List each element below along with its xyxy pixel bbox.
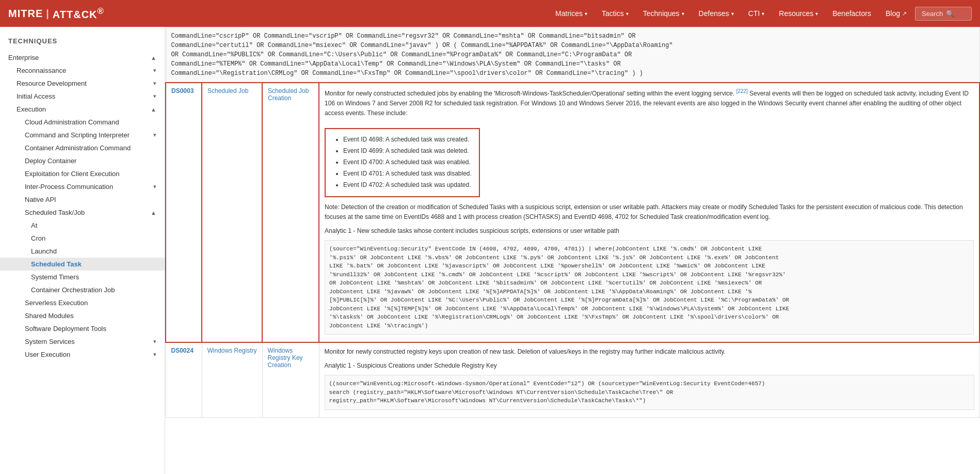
cmd-scripting-chevron-icon: ▾ bbox=[153, 132, 156, 138]
nav-blog[interactable]: Blog ↗ bbox=[879, 6, 913, 21]
tactics-arrow-icon: ▾ bbox=[626, 11, 629, 17]
sidebar-item-shared-modules[interactable]: Shared Modules bbox=[0, 309, 165, 322]
initial-access-chevron-icon: ▾ bbox=[153, 93, 156, 100]
table-row-ds0003: DS0003 Scheduled Job Scheduled JobCreati… bbox=[166, 83, 979, 342]
nav-resources[interactable]: Resources ▾ bbox=[773, 6, 824, 21]
nav-techniques[interactable]: Techniques ▾ bbox=[637, 6, 690, 21]
system-services-chevron-icon: ▾ bbox=[153, 338, 156, 345]
ds0024-analytic1-code: ((source="WinEventLog:Microsoft-Windows-… bbox=[325, 375, 974, 410]
ds0003-paragraph-1: Monitor for newly constructed scheduled … bbox=[325, 87, 974, 119]
sidebar-item-label: Deploy Container bbox=[25, 157, 76, 165]
scheduled-task-job-chevron-icon: ▲ bbox=[151, 210, 156, 216]
sidebar-item-label: Container Administration Command bbox=[25, 144, 131, 152]
ds-component-windows-registry[interactable]: Windows Registry bbox=[202, 342, 262, 417]
defenses-arrow-icon: ▾ bbox=[731, 11, 734, 17]
ds0024-analytic1-title: Analytic 1 - Suspicious Creations under … bbox=[325, 361, 974, 371]
sidebar-item-enterprise[interactable]: Enterprise ▲ bbox=[0, 51, 165, 64]
sidebar-item-container-admin[interactable]: Container Administration Command bbox=[0, 141, 165, 154]
sidebar-item-systemd-timers[interactable]: Systemd Timers bbox=[0, 271, 165, 283]
sidebar-item-reconnaissance[interactable]: Reconnaissance ▾ bbox=[0, 64, 165, 77]
sidebar-item-at[interactable]: At bbox=[0, 219, 165, 232]
event-4699: Event ID 4699: A scheduled task was dele… bbox=[343, 146, 472, 156]
search-bar[interactable]: Search 🔍 bbox=[915, 7, 972, 21]
ds0024-paragraph-1: Monitor for newly constructed registry k… bbox=[325, 347, 974, 357]
sidebar: TECHNIQUES Enterprise ▲ Reconnaissance ▾… bbox=[0, 27, 165, 474]
sidebar-item-ipc[interactable]: Inter-Process Communication ▾ bbox=[0, 180, 165, 193]
sidebar-item-scheduled-task-job[interactable]: Scheduled Task/Job ▲ bbox=[0, 206, 165, 219]
sidebar-item-label: User Execution bbox=[25, 351, 70, 358]
sidebar-item-deploy-container[interactable]: Deploy Container bbox=[0, 154, 165, 167]
nav-tactics[interactable]: Tactics ▾ bbox=[596, 6, 635, 21]
ds-id-ds0003: DS0003 bbox=[166, 83, 202, 342]
search-icon: 🔍 bbox=[946, 10, 954, 18]
ds-content-ds0024: Monitor for newly constructed registry k… bbox=[319, 342, 979, 417]
ref-222: [222] bbox=[736, 88, 748, 94]
sidebar-item-label: Command and Scripting Interpreter bbox=[25, 131, 130, 139]
nav-benefactors[interactable]: Benefactors bbox=[826, 6, 877, 21]
sidebar-item-label: Container Orchestration Job bbox=[31, 286, 115, 294]
user-execution-chevron-icon: ▾ bbox=[153, 351, 156, 358]
event-4698: Event ID 4698: A scheduled task was crea… bbox=[343, 135, 472, 145]
sidebar-item-label: At bbox=[31, 222, 37, 229]
sidebar-item-software-deployment[interactable]: Software Deployment Tools bbox=[0, 322, 165, 335]
sidebar-item-label: Execution bbox=[17, 105, 46, 113]
sidebar-item-label: Inter-Process Communication bbox=[25, 183, 113, 191]
sidebar-item-label: System Services bbox=[25, 338, 75, 345]
sidebar-item-container-orchestration[interactable]: Container Orchestration Job bbox=[0, 283, 165, 296]
brand-mitre: MITRE bbox=[8, 8, 43, 20]
sidebar-item-initial-access[interactable]: Initial Access ▾ bbox=[0, 90, 165, 103]
nav-cti[interactable]: CTI ▾ bbox=[742, 6, 771, 21]
ds0024-type-label: WindowsRegistry KeyCreation bbox=[268, 347, 303, 369]
sidebar-item-label: Software Deployment Tools bbox=[25, 325, 106, 333]
ds-component-scheduled-job[interactable]: Scheduled Job bbox=[202, 83, 262, 342]
sidebar-item-resource-development[interactable]: Resource Development ▾ bbox=[0, 77, 165, 90]
techniques-arrow-icon: ▾ bbox=[682, 11, 684, 17]
nav-links: Matrices ▾ Tactics ▾ Techniques ▾ Defens… bbox=[117, 6, 972, 21]
sidebar-item-cron[interactable]: Cron bbox=[0, 232, 165, 245]
brand-logo[interactable]: MITRE | ATT&CK® bbox=[8, 6, 104, 21]
sidebar-item-label: Exploitation for Client Execution bbox=[25, 170, 120, 178]
sidebar-item-label: Scheduled Task bbox=[31, 260, 82, 268]
top-code-cell: CommandLine="cscripP" OR CommandLine="vs… bbox=[166, 27, 979, 83]
ds-type-registry-key-creation[interactable]: WindowsRegistry KeyCreation bbox=[262, 342, 319, 417]
sidebar-item-scheduled-task[interactable]: Scheduled Task bbox=[0, 258, 165, 271]
sidebar-item-serverless[interactable]: Serverless Execution bbox=[0, 296, 165, 309]
table-row-ds0024: DS0024 Windows Registry WindowsRegistry … bbox=[166, 342, 979, 417]
main-content: CommandLine="cscripP" OR CommandLine="vs… bbox=[165, 27, 980, 474]
event-list: Event ID 4698: A scheduled task was crea… bbox=[333, 135, 472, 191]
event-4700: Event ID 4700: A scheduled task was enab… bbox=[343, 157, 472, 167]
navbar: MITRE | ATT&CK® Matrices ▾ Tactics ▾ Tec… bbox=[0, 0, 980, 27]
enterprise-chevron-icon: ▲ bbox=[151, 55, 156, 61]
resources-arrow-icon: ▾ bbox=[815, 11, 818, 17]
ds-type-scheduled-job-creation[interactable]: Scheduled JobCreation bbox=[262, 83, 319, 342]
event-4702: Event ID 4702: A scheduled task was upda… bbox=[343, 180, 472, 190]
sidebar-item-label: Launchd bbox=[31, 247, 57, 255]
nav-defenses[interactable]: Defenses ▾ bbox=[693, 6, 740, 21]
detections-table: CommandLine="cscripP" OR CommandLine="vs… bbox=[165, 27, 980, 418]
sidebar-item-cloud-admin-command[interactable]: Cloud Administration Command bbox=[0, 116, 165, 129]
search-label: Search bbox=[922, 10, 943, 18]
sidebar-item-execution[interactable]: Execution ▲ bbox=[0, 103, 165, 116]
ds0003-note: Note: Detection of the creation or modif… bbox=[325, 202, 974, 222]
page-wrapper: TECHNIQUES Enterprise ▲ Reconnaissance ▾… bbox=[0, 27, 980, 474]
sidebar-item-native-api[interactable]: Native API bbox=[0, 193, 165, 206]
nav-matrices[interactable]: Matrices ▾ bbox=[549, 6, 593, 21]
ds0003-analytic1-code: (source="WinEventLog:Security" EventCode… bbox=[325, 240, 974, 335]
sidebar-item-exploitation-client[interactable]: Exploitation for Client Execution bbox=[0, 167, 165, 180]
sidebar-item-system-services[interactable]: System Services ▾ bbox=[0, 335, 165, 348]
brand-attck: ATT&CK® bbox=[53, 6, 104, 21]
sidebar-item-label: Enterprise bbox=[8, 54, 39, 61]
ds-id-ds0024: DS0024 bbox=[166, 342, 202, 417]
ds0024-component-label: Windows Registry bbox=[207, 347, 257, 354]
sidebar-item-label: Scheduled Task/Job bbox=[25, 209, 85, 216]
sidebar-item-label: Cloud Administration Command bbox=[25, 118, 119, 126]
sidebar-item-user-execution[interactable]: User Execution ▾ bbox=[0, 348, 165, 361]
external-link-icon: ↗ bbox=[902, 10, 907, 17]
sidebar-item-label: Initial Access bbox=[17, 92, 55, 100]
table-row-top-code: CommandLine="cscripP" OR CommandLine="vs… bbox=[166, 27, 979, 83]
brand-sep: | bbox=[46, 8, 50, 20]
execution-chevron-icon: ▲ bbox=[151, 106, 156, 113]
sidebar-item-command-scripting[interactable]: Command and Scripting Interpreter ▾ bbox=[0, 129, 165, 141]
sidebar-item-label: Shared Modules bbox=[25, 312, 74, 320]
sidebar-item-launchd[interactable]: Launchd bbox=[0, 245, 165, 258]
